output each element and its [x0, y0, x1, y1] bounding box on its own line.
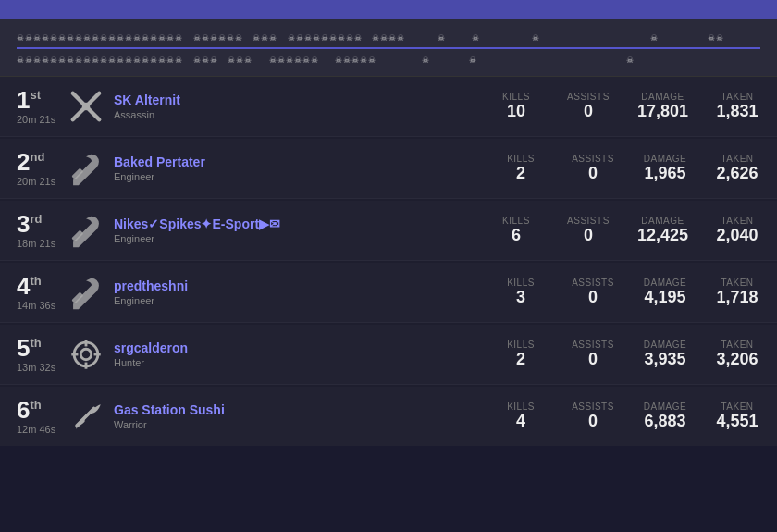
stat-taken: TAKEN 2,040	[714, 216, 760, 246]
player-class: Hunter	[114, 357, 498, 368]
rank-time: 18m 21s	[17, 238, 68, 249]
timeline-area: ☠☠☠☠☠☠☠☠☠☠☠☠☠☠☠☠☠☠☠☠ ☠☠☠☠☠☠ ☠☠☠ ☠☠☠☠☠☠☠☠…	[0, 19, 777, 77]
stat-assists: ASSISTS 0	[570, 154, 616, 184]
player-row: 1st 20m 21s SK Alternit Assassin KILLS 1…	[0, 77, 777, 137]
stats-block: KILLS 4 ASSISTS 0 DAMAGE 6,883 TAKEN 4,5…	[498, 402, 760, 432]
rank-block: 2nd 20m 21s	[17, 150, 68, 187]
timeline-track: ☠☠☠☠☠☠☠☠☠☠☠☠☠☠☠☠☠☠☠☠ ☠☠☠☠☠☠ ☠☠☠ ☠☠☠☠☠☠☠☠…	[17, 30, 760, 67]
rank-number: 1st	[17, 88, 68, 112]
svg-point-2	[82, 103, 91, 111]
player-name[interactable]: srgcalderon	[114, 340, 498, 355]
stat-assists: ASSISTS 0	[565, 92, 611, 122]
player-name[interactable]: Nikes✓Spikes✦E-Sport▶✉	[114, 217, 493, 231]
rank-number: 3rd	[17, 212, 68, 236]
rank-block: 6th 12m 46s	[17, 398, 68, 435]
stat-assists: ASSISTS 0	[565, 216, 611, 246]
rank-time: 20m 21s	[17, 176, 68, 187]
stat-taken: TAKEN 1,718	[714, 278, 760, 308]
rank-block: 3rd 18m 21s	[17, 212, 68, 249]
rank-number: 2nd	[17, 150, 68, 174]
player-class: Engineer	[114, 171, 498, 182]
rank-number: 4th	[17, 274, 68, 298]
player-row: 3rd 18m 21s Nikes✓Spikes✦E-Sport▶✉ Engin…	[0, 201, 777, 261]
player-class: Warrior	[114, 419, 498, 430]
stat-kills: KILLS 6	[493, 216, 539, 246]
class-icon-hunter	[68, 336, 105, 373]
stat-kills: KILLS 2	[498, 340, 544, 370]
player-info: SK Alternit Assassin	[114, 93, 493, 120]
rank-time: 12m 46s	[17, 424, 68, 435]
stat-damage: DAMAGE 1,965	[642, 154, 688, 184]
skull-row-top: ☠☠☠☠☠☠☠☠☠☠☠☠☠☠☠☠☠☠☠☠ ☠☠☠☠☠☠ ☠☠☠ ☠☠☠☠☠☠☠☠…	[17, 33, 760, 43]
rank-time: 14m 36s	[17, 300, 68, 311]
class-icon-engineer	[68, 212, 105, 249]
player-name[interactable]: Gas Station Sushi	[114, 402, 498, 417]
stat-assists: ASSISTS 0	[570, 402, 616, 432]
stat-damage: DAMAGE 6,883	[642, 402, 688, 432]
rank-time: 13m 32s	[17, 362, 68, 373]
player-info: Nikes✓Spikes✦E-Sport▶✉ Engineer	[114, 217, 493, 244]
player-info: srgcalderon Hunter	[114, 340, 498, 368]
match-header	[0, 0, 777, 19]
stat-taken: TAKEN 1,831	[714, 92, 760, 122]
player-info: Baked Pertater Engineer	[114, 155, 498, 182]
class-icon-engineer	[68, 150, 105, 187]
rank-time: 20m 21s	[17, 114, 68, 125]
class-icon-warrior	[68, 398, 105, 435]
player-class: Engineer	[114, 233, 493, 244]
player-name[interactable]: SK Alternit	[114, 93, 493, 107]
player-name[interactable]: Baked Pertater	[114, 155, 498, 169]
stat-damage: DAMAGE 12,425	[637, 216, 688, 246]
class-icon-engineer	[68, 274, 105, 311]
stat-assists: ASSISTS 0	[570, 278, 616, 308]
stat-assists: ASSISTS 0	[570, 340, 616, 370]
rank-block: 5th 13m 32s	[17, 336, 68, 373]
player-row: 6th 12m 46s Gas Station Sushi Warrior KI…	[0, 387, 777, 446]
stat-damage: DAMAGE 4,195	[642, 278, 688, 308]
stat-damage: DAMAGE 17,801	[637, 92, 688, 122]
stat-taken: TAKEN 4,551	[714, 402, 760, 432]
player-row: 2nd 20m 21s Baked Pertater Engineer KILL…	[0, 139, 777, 199]
stats-block: KILLS 10 ASSISTS 0 DAMAGE 17,801 TAKEN 1…	[493, 92, 760, 122]
stats-block: KILLS 2 ASSISTS 0 DAMAGE 3,935 TAKEN 3,2…	[498, 340, 760, 370]
player-class: Engineer	[114, 295, 498, 306]
rank-block: 1st 20m 21s	[17, 88, 68, 125]
player-class: Assassin	[114, 109, 493, 120]
players-list: 1st 20m 21s SK Alternit Assassin KILLS 1…	[0, 77, 777, 446]
stats-block: KILLS 3 ASSISTS 0 DAMAGE 4,195 TAKEN 1,7…	[498, 278, 760, 308]
player-info: Gas Station Sushi Warrior	[114, 402, 498, 430]
svg-point-7	[80, 349, 91, 359]
stat-kills: KILLS 2	[498, 154, 544, 184]
rank-number: 5th	[17, 336, 68, 360]
svg-line-12	[77, 408, 94, 426]
stat-taken: TAKEN 2,626	[714, 154, 760, 184]
class-icon-assassin	[68, 88, 105, 125]
skull-row-bottom: ☠☠☠☠☠☠☠☠☠☠☠☠☠☠☠☠☠☠☠☠ ☠☠☠ ☠☠☠ ☠☠☠☠☠☠ ☠☠☠☠…	[17, 56, 760, 65]
stat-kills: KILLS 4	[498, 402, 544, 432]
player-row: 4th 14m 36s predtheshni Engineer KILLS 3…	[0, 263, 777, 323]
stat-kills: KILLS 10	[493, 92, 539, 122]
stats-block: KILLS 2 ASSISTS 0 DAMAGE 1,965 TAKEN 2,6…	[498, 154, 760, 184]
rank-number: 6th	[17, 398, 68, 422]
stat-damage: DAMAGE 3,935	[642, 340, 688, 370]
stats-block: KILLS 6 ASSISTS 0 DAMAGE 12,425 TAKEN 2,…	[493, 216, 760, 246]
player-row: 5th 13m 32s srgcalderon Hunter KILLS 2 A…	[0, 325, 777, 385]
stat-taken: TAKEN 3,206	[714, 340, 760, 370]
stat-kills: KILLS 3	[498, 278, 544, 308]
timeline-blue-line	[17, 47, 760, 49]
player-name[interactable]: predtheshni	[114, 278, 498, 293]
rank-block: 4th 14m 36s	[17, 274, 68, 311]
player-info: predtheshni Engineer	[114, 278, 498, 306]
